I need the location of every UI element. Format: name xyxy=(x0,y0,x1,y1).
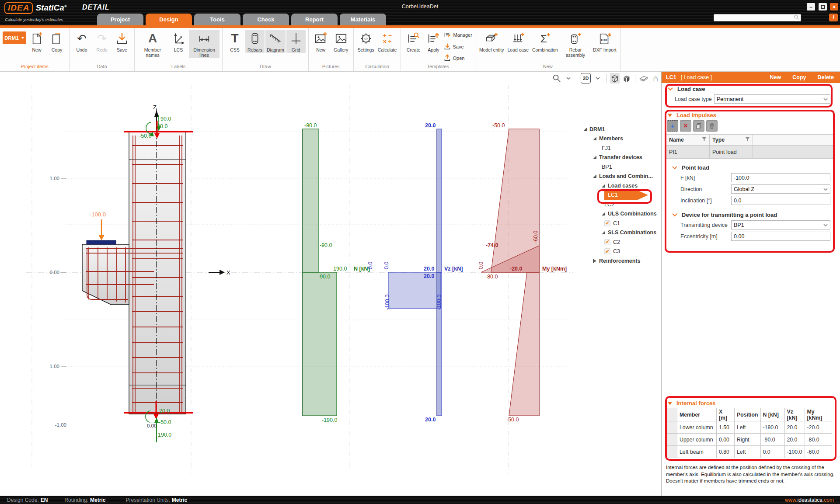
gallery-button[interactable]: Gallery xyxy=(331,30,351,53)
eccentricity-m--input[interactable] xyxy=(731,232,830,241)
dimension-lines-button[interactable]: Dimension lines xyxy=(189,30,220,58)
tab-design[interactable]: Design xyxy=(146,14,192,25)
f-kn--input[interactable] xyxy=(731,173,830,182)
search-box[interactable] xyxy=(714,14,801,21)
save-button[interactable]: Save xyxy=(112,30,132,53)
tree-item-c2[interactable]: ✔C2 xyxy=(577,237,662,247)
section-view-icon[interactable] xyxy=(639,73,648,83)
direction-select[interactable]: Global Z xyxy=(731,184,830,194)
table-row[interactable]: Left beam0.80Left0.0-100.0-60.0 xyxy=(666,446,832,458)
tree-item-c1[interactable]: ✔C1 xyxy=(577,219,662,228)
rebars-button[interactable]: Rebars xyxy=(245,30,265,53)
filter-icon[interactable] xyxy=(702,137,707,143)
filter-icon[interactable] xyxy=(745,137,750,143)
bearing-plate[interactable] xyxy=(87,240,116,244)
copy-button[interactable]: Copy xyxy=(47,30,66,53)
tab-report[interactable]: Report xyxy=(291,14,338,25)
table-row[interactable]: Upper column0.00Right-90.020.0-80.0 xyxy=(666,434,832,446)
new-button[interactable]: New xyxy=(27,30,46,53)
search-input[interactable] xyxy=(714,15,794,21)
info-button[interactable]: i xyxy=(829,14,838,21)
tree-item-bp1[interactable]: BP1 xyxy=(577,162,662,172)
rebar-assembly-button[interactable]: Rebar assembly xyxy=(560,30,591,58)
maximize-button[interactable] xyxy=(819,3,827,10)
expanded-icon[interactable] xyxy=(593,174,596,178)
dxf-import-button[interactable]: DXFDXF Import xyxy=(592,30,618,53)
redo-button[interactable]: ↷Redo xyxy=(92,30,112,53)
tree-item-load-cases[interactable]: Load cases xyxy=(577,181,662,191)
expanded-icon[interactable] xyxy=(593,156,596,159)
panel-new-button[interactable]: New xyxy=(770,74,781,80)
load-case-section-header[interactable]: Load case xyxy=(668,86,705,92)
solid-view-icon[interactable] xyxy=(622,73,631,83)
selected-item-highlight[interactable]: LC1 xyxy=(604,190,648,200)
close-button[interactable]: × xyxy=(830,3,838,10)
wireframe-view-icon[interactable] xyxy=(610,73,620,83)
tree-item-fj1[interactable]: FJ1 xyxy=(577,143,662,153)
tab-check[interactable]: Check xyxy=(243,14,289,25)
load-impulses-table[interactable]: Name Type PI1 Point load xyxy=(666,134,835,159)
home-view-icon[interactable]: ⌂ xyxy=(651,73,660,83)
view-dropdown-icon[interactable] xyxy=(593,73,603,83)
collapse-triangle-icon[interactable] xyxy=(668,114,672,117)
collapsed-icon[interactable] xyxy=(593,259,596,263)
panel-delete-button[interactable]: Delete xyxy=(817,74,834,80)
tree-item-uls-combinations[interactable]: ULS Combinations xyxy=(577,209,662,219)
expanded-icon[interactable] xyxy=(602,231,605,234)
impulse-row[interactable]: PI1 Point load xyxy=(666,146,835,159)
load-case-button[interactable]: Load case xyxy=(506,30,530,53)
load-case-type-select[interactable]: Permanent xyxy=(714,94,830,104)
tree-item-lc2[interactable]: LC2 xyxy=(577,200,662,209)
open-button[interactable]: Open xyxy=(444,54,472,62)
delete-impulse-button[interactable]: × xyxy=(680,120,691,132)
website-link[interactable]: www.ideastatica.com xyxy=(785,497,834,503)
zoom-dropdown-icon[interactable] xyxy=(564,73,573,83)
collapse-chevron-icon[interactable] xyxy=(668,87,673,91)
tree-item-members[interactable]: Members xyxy=(577,134,662,144)
checkbox-checked-icon[interactable]: ✔ xyxy=(604,239,610,245)
apply-button[interactable]: Apply xyxy=(424,30,443,53)
manager-button[interactable]: Manager xyxy=(444,31,472,39)
add-impulse-button[interactable]: + xyxy=(667,120,678,132)
panel-copy-button[interactable]: Copy xyxy=(792,74,806,80)
tree-item-sls-combinations[interactable]: SLS Combinations xyxy=(577,228,662,238)
model-canvas[interactable]: 1.00 0.00 -1.00 -1.00 xyxy=(0,72,662,496)
tree-item-transfer-devices[interactable]: Transfer devices xyxy=(577,153,662,163)
tab-project[interactable]: Project xyxy=(97,14,143,25)
tree-item-lc1[interactable]: LC1 xyxy=(577,191,662,200)
create-button[interactable]: Create xyxy=(404,30,423,53)
expanded-icon[interactable] xyxy=(602,212,605,216)
trash-icon[interactable] xyxy=(706,120,718,132)
minimize-button[interactable]: – xyxy=(807,3,815,10)
new-button[interactable]: New xyxy=(311,30,331,53)
device-section-header[interactable]: Device for transmitting a point load xyxy=(672,212,777,218)
point-load-section-header[interactable]: Point load xyxy=(672,164,709,171)
collapse-chevron-icon[interactable] xyxy=(672,213,677,217)
tree-item-reinforcements[interactable]: Reinforcements xyxy=(577,256,662,266)
tree-item-drm1[interactable]: DRM1 xyxy=(577,125,662,134)
save-button[interactable]: Save xyxy=(444,43,472,51)
point-load-arrow[interactable]: -100.0 xyxy=(90,211,106,240)
table-row[interactable]: Lower column1.50Left-190.020.0-20.0 xyxy=(666,421,832,434)
duplicate-impulse-button[interactable] xyxy=(693,120,704,132)
tree-item-loads-and-combin-[interactable]: Loads and Combin... xyxy=(577,172,662,181)
lcs-button[interactable]: LCS xyxy=(169,30,188,53)
css-button[interactable]: TCSS xyxy=(225,30,244,53)
settings-button[interactable]: </>Settings xyxy=(356,30,376,53)
tab-materials[interactable]: Materials xyxy=(340,14,386,25)
model-entity-button[interactable]: Model entity xyxy=(478,30,505,53)
internal-forces-section-header[interactable]: Internal forces xyxy=(668,400,716,407)
tree-item-c3[interactable]: ✔C3 xyxy=(577,247,662,257)
combination-button[interactable]: ΣCombination xyxy=(531,30,559,53)
view-2d-button[interactable]: 2D xyxy=(581,73,591,83)
collapse-triangle-icon[interactable] xyxy=(668,402,672,405)
grid-button[interactable]: Grid xyxy=(286,30,306,53)
diagram-button[interactable]: Diagram xyxy=(265,30,286,53)
project-item-selector[interactable]: DRM1 xyxy=(3,31,26,44)
load-impulses-section-header[interactable]: Load impulses xyxy=(668,112,716,118)
zoom-icon[interactable] xyxy=(552,73,561,83)
checkbox-checked-icon[interactable]: ✔ xyxy=(604,248,610,254)
checkbox-checked-icon[interactable]: ✔ xyxy=(604,220,610,226)
expanded-icon[interactable] xyxy=(593,137,596,140)
expanded-icon[interactable] xyxy=(602,184,605,188)
